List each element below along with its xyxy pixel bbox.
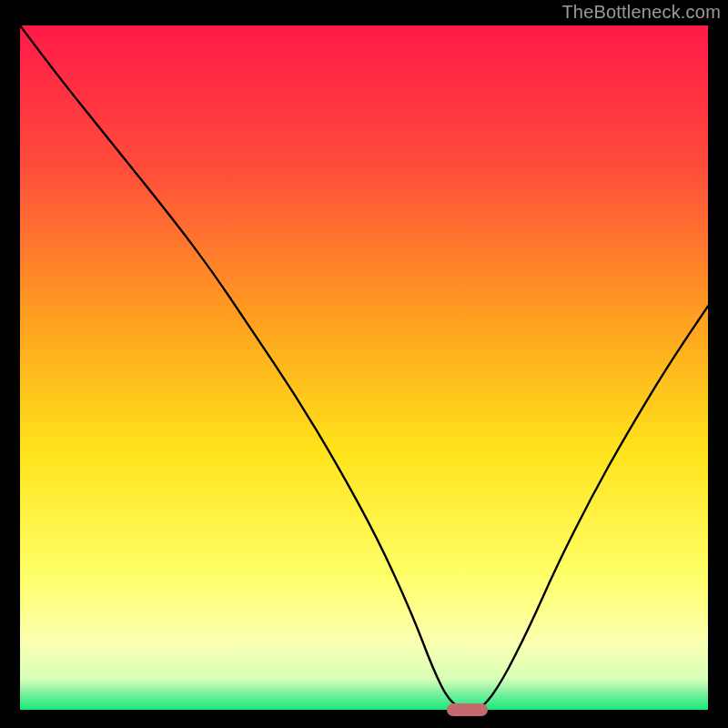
chart-frame: TheBottleneck.com <box>0 0 728 728</box>
gradient-background <box>20 25 708 710</box>
chart-svg <box>20 25 708 710</box>
plot-area <box>20 25 708 710</box>
optimal-marker <box>447 703 488 716</box>
attribution-text: TheBottleneck.com <box>561 2 721 23</box>
